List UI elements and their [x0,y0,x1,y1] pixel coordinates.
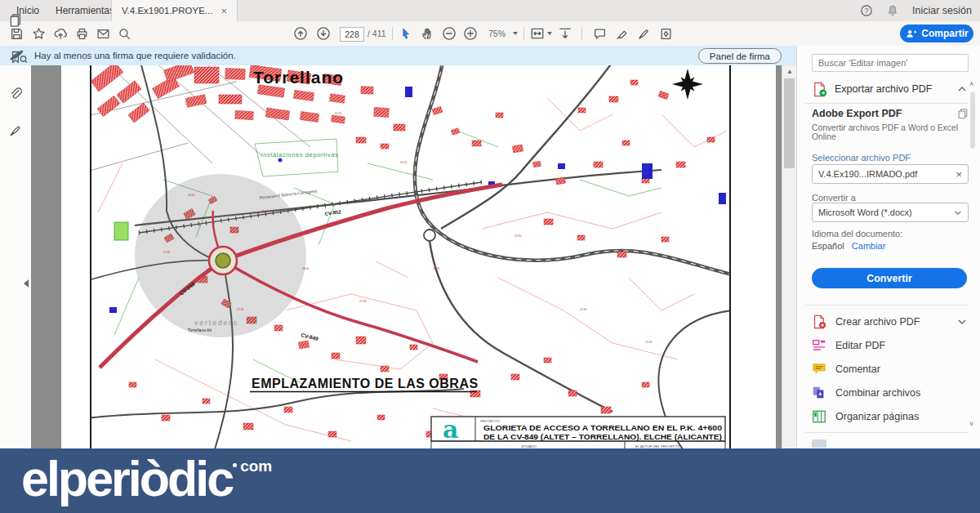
svg-text:25.90: 25.90 [359,300,367,303]
acrobat-window: Inicio Herramientas V.4.Ex1901.PROYE... … [0,0,980,513]
tool-combine-files[interactable]: Combinar archivos [812,381,967,404]
svg-text:24.75: 24.75 [433,267,440,270]
save-icon[interactable] [8,25,24,42]
tab-herramientas-label: Herramientas [56,5,114,16]
previous-page-icon[interactable] [292,25,309,42]
search-icon[interactable] [116,25,132,42]
engineer-logo: a [443,415,458,444]
adobe-export-title: Adobe Export PDF [812,108,902,119]
cloud-upload-icon[interactable] [52,25,69,42]
attachments-icon[interactable] [8,87,23,101]
stamp-tool-icon[interactable] [657,25,674,42]
project-title-line1: GLORIETA DE ACCESO A TORRELLANO EN EL P.… [483,424,722,432]
zoom-level[interactable]: 75% [488,29,506,38]
edit-pdf-icon [812,338,826,353]
page-current: 228 [345,29,359,39]
signature-notification-bar: Hay al menos una firma que requiere vali… [0,46,796,65]
help-icon[interactable]: ? [860,4,873,17]
organize-pages-icon [812,409,826,424]
close-tab-icon[interactable]: × [220,5,227,17]
panel-scrollbar-thumb[interactable] [970,91,975,149]
site-plan-map: 28.5027.8529.10 26.4025.9024.75 23.6027.… [90,65,731,448]
chevron-up-icon[interactable] [957,86,967,92]
highlighter-icon[interactable] [613,25,630,42]
collapse-panel-icon[interactable] [24,279,29,288]
tool-label: Crear archivo PDF [835,316,920,328]
change-language-link[interactable]: Cambiar [852,241,886,251]
hand-tool-icon[interactable] [419,25,435,42]
share-button[interactable]: Compartir [900,25,973,42]
comment-tool-icon[interactable] [591,25,608,42]
divider [805,103,969,104]
fill-sign-icon[interactable] [635,25,652,42]
elperiodic-logo: elperiòdic com [21,452,272,506]
bookmarks-icon[interactable] [8,50,23,65]
district-label: Torrellano Alt [188,328,212,332]
fit-width-icon[interactable] [529,25,546,42]
tab-document[interactable]: V.4.Ex1901.PROYE... × [111,0,238,21]
email-icon[interactable] [95,25,111,42]
tool-edit-pdf[interactable]: Editar PDF [812,334,967,357]
language-label: Idioma del documento: [812,229,902,239]
svg-text:23.60: 23.60 [514,234,522,238]
window-top-right: ? Iniciar sesión [860,0,972,21]
select-tool-icon[interactable] [397,25,413,42]
share-label: Compartir [921,28,968,39]
toolbar-separator [392,27,393,40]
divider [805,305,969,306]
tab-document-label: V.4.Ex1901.PROYE... [122,6,212,16]
tool-label: Editar PDF [835,340,885,351]
svg-text:EMPLAZAMIENTO DE LAS OBRAS: EMPLAZAMIENTO DE LAS OBRAS [252,377,479,390]
page-thumbnails-icon[interactable] [8,13,23,28]
panel-scroll-down-icon[interactable]: ˅ [969,420,973,428]
document-scrollbar[interactable]: ▲ [782,65,797,448]
export-pdf-icon [812,82,827,97]
next-page-icon[interactable] [315,25,332,42]
convert-button[interactable]: Convertir [812,268,967,288]
adobe-export-subtitle: Convertir archivos PDF a Word o Excel On… [812,123,980,141]
format-select[interactable]: Microsoft Word (*.docx) [812,203,969,222]
selected-file-name: V.4.Ex190...IRMADO.pdf [818,169,917,179]
remove-file-icon[interactable]: × [956,168,962,181]
svg-text:28.50: 28.50 [188,194,195,197]
star-icon[interactable] [30,25,47,42]
page-display-icon[interactable] [557,25,573,42]
format-value: Microsoft Word (*.docx) [818,207,912,217]
svg-text:27.85: 27.85 [163,251,171,254]
copy-pages-icon[interactable] [957,108,969,119]
svg-text:29.10: 29.10 [261,210,269,213]
project-title-line2: DE LA CV-849 (ALTET – TORRELLANO). ELCHE… [483,433,722,441]
signatures-panel-icon[interactable] [8,123,23,138]
zoom-in-icon[interactable] [462,25,479,42]
tool-label: Organizar páginas [835,411,919,422]
elperiodic-watermark-band: elperiòdic com [0,448,980,513]
panel-scroll-up-icon[interactable]: ˄ [969,80,973,88]
chevron-down-icon [954,210,962,216]
svg-text:27.30: 27.30 [237,308,244,311]
tool-comment[interactable]: Comentar [812,358,967,381]
tool-label: Combinar archivos [835,387,920,399]
convert-to-label: Convertir a [812,193,856,203]
print-icon[interactable] [74,25,90,42]
page-total: / 411 [368,29,386,38]
project-label: PROYECTO: [480,419,501,423]
selected-file-box[interactable]: V.4.Ex190...IRMADO.pdf × [812,164,969,184]
zoom-out-icon[interactable] [441,25,457,42]
signature-panel-button[interactable]: Panel de firma [698,48,782,64]
secondary-roundabout [424,230,435,241]
tool-create-pdf[interactable]: Crear archivo PDF [812,310,967,333]
toolbar-separator [523,27,524,40]
chevron-down-icon[interactable] [957,319,967,325]
zoom-caret-icon[interactable] [513,32,518,35]
scrollbar-thumb[interactable] [784,78,795,168]
scroll-up-icon[interactable]: ▲ [786,68,793,75]
brand-name: elperiòdic [21,452,232,506]
svg-text:31.02: 31.02 [335,112,342,115]
fit-caret-icon[interactable] [547,32,552,35]
sign-in-button[interactable]: Iniciar sesión [912,5,972,16]
page-number-input[interactable]: 228 [340,27,364,42]
search-tools-input[interactable] [812,54,969,72]
export-pdf-section-header[interactable]: Exportar archivo PDF [812,80,967,98]
bell-icon[interactable] [886,4,899,17]
tool-organize-pages[interactable]: Organizar páginas [812,405,967,428]
